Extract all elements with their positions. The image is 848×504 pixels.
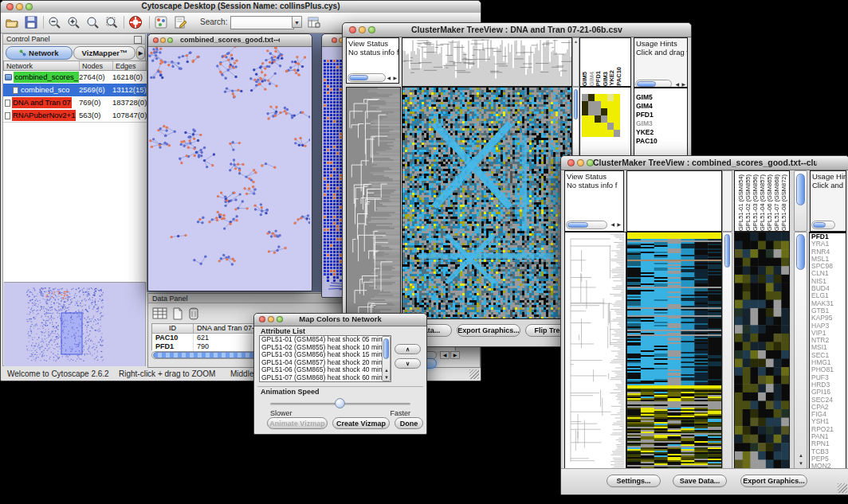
attribute-select-icon[interactable] — [152, 307, 168, 324]
resize-grip[interactable] — [838, 483, 847, 493]
gene-label[interactable]: HRD3 — [810, 381, 846, 389]
scroll-left-arrow[interactable]: ◀ — [387, 75, 391, 81]
gene-label[interactable]: GIM5 — [634, 93, 687, 102]
gene-label[interactable]: NTR2 — [810, 337, 846, 344]
create-vizmap-button[interactable]: Create Vizmap — [332, 417, 390, 429]
labels-vscrollbar[interactable] — [794, 170, 807, 232]
help-icon[interactable] — [128, 15, 143, 29]
zoom-button[interactable] — [26, 3, 33, 10]
gene-label[interactable]: GTB1 — [810, 307, 846, 315]
gene-label[interactable]: YSH1 — [810, 418, 846, 425]
attribute-item[interactable]: GPL51-02 (GSM855) heat shock 10 min — [260, 344, 391, 352]
search-dropdown-arrow[interactable]: ▼ — [292, 16, 302, 28]
gene-label[interactable]: TCB3 — [810, 448, 846, 455]
scroll-left-arrow[interactable]: ◀ — [610, 221, 614, 228]
network-overview-panel[interactable] — [4, 282, 145, 366]
close-button[interactable] — [153, 37, 159, 43]
gene-label[interactable]: RPN1 — [810, 440, 846, 447]
close-button[interactable] — [6, 3, 14, 10]
scroll-right-arrow[interactable]: ▶ — [450, 351, 460, 359]
hscroll-thumb[interactable] — [567, 222, 588, 228]
close-button[interactable] — [259, 316, 265, 322]
hscroll-thumb[interactable] — [813, 222, 826, 228]
resize-grip[interactable] — [469, 369, 479, 379]
gene-label[interactable]: PFD1 — [634, 111, 687, 119]
usage-hints-hscrollbar[interactable] — [811, 221, 835, 229]
network-view-canvas[interactable] — [148, 47, 310, 290]
gene-label[interactable]: YRA1 — [810, 240, 846, 248]
row-dendrogram-canvas[interactable] — [347, 88, 400, 318]
gene-label[interactable]: SEC24 — [810, 397, 846, 404]
scroll-right-arrow[interactable]: ▶ — [393, 75, 397, 81]
scroll-left-arrow[interactable]: ◀ — [440, 351, 450, 359]
move-down-button[interactable]: ∨ — [395, 358, 421, 369]
gene-label[interactable]: CLN1 — [810, 270, 846, 277]
scroll-down-arrow[interactable]: ▼ — [799, 460, 803, 467]
gene-label[interactable]: RNR4 — [810, 248, 846, 256]
network-list-row[interactable]: DNA and Tran 07769(0)183728(0) — [3, 96, 147, 109]
open-session-icon[interactable] — [5, 15, 19, 29]
treeview2-titlebar[interactable]: ClusterMaker TreeView : combined_scores_… — [561, 156, 848, 170]
col-edges[interactable]: Edges — [113, 61, 147, 70]
network-overview-canvas[interactable] — [4, 283, 145, 366]
done-button[interactable]: Done — [395, 417, 423, 429]
close-button[interactable] — [332, 37, 337, 43]
save-session-icon[interactable] — [24, 15, 38, 29]
new-attribute-icon[interactable] — [171, 307, 184, 324]
zoom-in-icon[interactable] — [66, 15, 80, 29]
dialog-titlebar[interactable]: Map Colors to Network — [254, 314, 426, 326]
gene-label[interactable]: PAN1 — [810, 433, 846, 440]
attribute-item[interactable]: GPL51-06 (GSM865) heat shock 40 min — [260, 366, 391, 374]
vscroll-thumb[interactable] — [796, 234, 805, 270]
view-status-hscrollbar[interactable] — [566, 221, 607, 229]
tab-network[interactable]: Network — [6, 46, 73, 60]
tab-vizmapper[interactable]: VizMapper™ — [73, 46, 135, 60]
animate-vizmap-button[interactable]: Animate Vizmap — [267, 417, 328, 429]
gene-label[interactable]: MSL1 — [810, 256, 846, 263]
tab-overflow-arrow[interactable]: ▶ — [136, 46, 145, 60]
gene-label[interactable]: SEC1 — [810, 352, 846, 359]
gene-label[interactable]: PUF3 — [810, 374, 846, 381]
attribute-item[interactable]: GPL51-07 (GSM868) heat shock 60 min — [260, 374, 391, 382]
scroll-down-arrow[interactable]: ▼ — [384, 374, 389, 381]
gene-label[interactable]: VIP1 — [810, 330, 846, 337]
zoom-fit-icon[interactable] — [85, 15, 100, 29]
list-vscrollbar[interactable]: ▲ ▼ — [382, 336, 391, 381]
gene-label[interactable]: GIM3 — [634, 119, 687, 128]
gene-label[interactable]: MSI1 — [810, 344, 846, 351]
gene-label[interactable]: PEP5 — [810, 455, 846, 463]
heatmap-vscrollbar[interactable] — [722, 232, 732, 469]
minimize-button[interactable] — [16, 3, 23, 10]
row-dendrogram-canvas[interactable] — [565, 232, 626, 468]
minimize-button[interactable] — [359, 26, 366, 33]
settings-button[interactable]: Settings... — [607, 475, 661, 487]
minimize-button[interactable] — [577, 159, 584, 166]
gene-label[interactable]: PHO81 — [810, 366, 846, 373]
network-list-row[interactable]: RNAPuberNov2+1563(0)107847(0) — [3, 109, 147, 122]
attribute-item[interactable]: GPL51-01 (GSM854) heat shock 05 min — [260, 336, 391, 344]
col-network[interactable]: Network — [4, 61, 80, 70]
heatmap-canvas[interactable] — [627, 232, 721, 468]
gene-label[interactable]: PAC10 — [634, 137, 687, 146]
gene-label[interactable]: BUD4 — [810, 285, 846, 292]
scroll-up-arrow[interactable]: ▲ — [384, 367, 389, 373]
gene-label[interactable]: MAK31 — [810, 300, 846, 307]
network-list-row[interactable]: combined_sco2569(6)13112(15) — [3, 84, 147, 96]
move-up-button[interactable]: ∧ — [395, 344, 421, 354]
gene-label[interactable]: YKE2 — [634, 128, 687, 137]
gene-label[interactable]: FIG4 — [810, 411, 846, 418]
col-id[interactable]: ID — [152, 324, 194, 333]
genes-vscrollbar[interactable]: ▲ ▼ — [794, 232, 807, 469]
heatmap-canvas[interactable] — [402, 88, 571, 318]
vscroll-thumb[interactable] — [724, 234, 730, 268]
zoom-selected-icon[interactable] — [104, 15, 119, 29]
zoom-matrix-canvas[interactable] — [582, 94, 620, 137]
mini-vscrollbar[interactable]: ▲ — [572, 37, 579, 87]
attribute-item[interactable]: GPL51-03 (GSM856) heat shock 15 min — [260, 351, 391, 359]
gene-label[interactable]: SPC98 — [810, 263, 846, 270]
export-graphics-button[interactable]: Export Graphics... — [740, 475, 807, 487]
gene-label[interactable]: GIM4 — [634, 102, 687, 111]
hscroll-thumb[interactable] — [637, 81, 656, 87]
gene-label[interactable]: RPO21 — [810, 426, 846, 433]
cytoscape-titlebar[interactable]: Cytoscape Desktop (Session Name: collins… — [1, 1, 481, 14]
